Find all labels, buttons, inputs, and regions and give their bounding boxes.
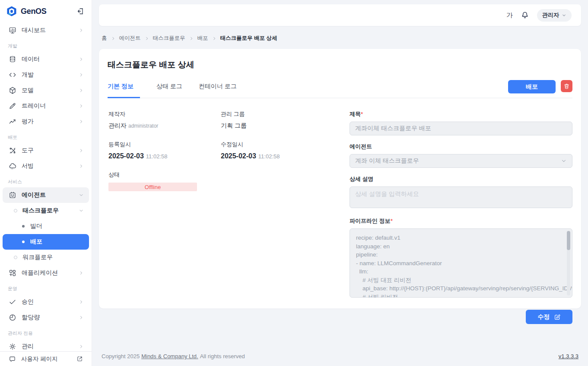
scrollbar-track[interactable] bbox=[567, 231, 570, 295]
sidebar-item-workflow[interactable]: 워크플로우 bbox=[3, 250, 89, 265]
modified-date: 2025-02-03 bbox=[221, 152, 256, 160]
sidebar-menu: 대시보드 개발 데이터 개발 모델 bbox=[0, 20, 92, 351]
modified-field: 수정일시 2025-02-0311:02:58 bbox=[221, 141, 333, 160]
required-asterisk: * bbox=[361, 111, 363, 117]
sidebar-section-service: 서비스 bbox=[3, 174, 89, 187]
sidebar-item-builder[interactable]: 빌더 bbox=[3, 218, 89, 234]
agent-select-value: 계좌 이체 태스크플로우 bbox=[355, 157, 419, 165]
creator-id: administrator bbox=[128, 123, 158, 129]
header-actions: 배포 bbox=[508, 80, 572, 93]
sidebar-item-user-page[interactable]: 사용자 페이지 bbox=[0, 351, 92, 366]
sidebar-item-approval[interactable]: 승인 bbox=[3, 294, 89, 310]
sidebar-item-label: 관리 bbox=[22, 343, 79, 350]
creator-label: 제작자 bbox=[108, 110, 221, 118]
sidebar-item-application[interactable]: 애플리케이션 bbox=[3, 265, 89, 281]
company-link[interactable]: Minds & Company Ltd. bbox=[141, 353, 198, 360]
tools-icon bbox=[9, 147, 16, 154]
chevron-right-icon bbox=[145, 36, 149, 41]
sidebar-item-label: 평가 bbox=[22, 118, 79, 125]
sidebar-item-trainer[interactable]: 트레이너 bbox=[3, 98, 89, 114]
sidebar-item-label: 도구 bbox=[22, 147, 79, 154]
group-label: 관리 그룹 bbox=[221, 110, 333, 118]
dashboard-icon bbox=[9, 26, 16, 34]
breadcrumb-home[interactable]: 홈 bbox=[102, 35, 107, 42]
sidebar-item-model[interactable]: 모델 bbox=[3, 83, 89, 98]
tab-basic-info[interactable]: 기본 정보 bbox=[108, 80, 140, 98]
chevron-down-icon bbox=[561, 158, 567, 164]
copyright: Copyright 2025 Minds & Company Ltd. All … bbox=[102, 353, 245, 360]
tabs: 기본 정보 상태 로그 컨테이너 로그 bbox=[108, 80, 237, 98]
cube-icon bbox=[9, 87, 16, 94]
scrollbar-thumb[interactable] bbox=[567, 231, 570, 250]
pipeline-code: recipe: default.v1 language: en pipeline… bbox=[356, 234, 561, 298]
sidebar-item-agent[interactable]: 에이전트 bbox=[3, 187, 89, 203]
deploy-button[interactable]: 배포 bbox=[508, 80, 556, 93]
cloud-icon bbox=[9, 162, 16, 170]
database-icon bbox=[9, 55, 16, 63]
check-icon bbox=[9, 298, 16, 306]
title-input[interactable] bbox=[350, 122, 572, 135]
sidebar-item-admin[interactable]: 관리 bbox=[3, 339, 89, 351]
chevron-right-icon bbox=[79, 315, 84, 320]
sidebar-item-label: 빌더 bbox=[30, 222, 84, 230]
chevron-down-icon bbox=[562, 13, 566, 18]
breadcrumb-deploy[interactable]: 배포 bbox=[197, 35, 208, 42]
sidebar-item-dashboard[interactable]: 대시보드 bbox=[3, 22, 89, 38]
tab-container-log[interactable]: 컨테이너 로그 bbox=[199, 80, 237, 98]
breadcrumb-agent[interactable]: 에이전트 bbox=[119, 35, 141, 42]
delete-button[interactable] bbox=[561, 80, 572, 92]
sidebar-item-deploy-active[interactable]: 배포 bbox=[3, 234, 89, 250]
chevron-right-icon bbox=[79, 72, 84, 77]
status-label: 상태 bbox=[108, 171, 221, 179]
sidebar-section-dev: 개발 bbox=[3, 38, 89, 51]
sidebar-item-label: 태스크플로우 bbox=[22, 207, 79, 215]
agent-face-icon bbox=[9, 191, 16, 199]
sidebar-item-data[interactable]: 데이터 bbox=[3, 51, 89, 67]
sidebar-item-develop[interactable]: 개발 bbox=[3, 67, 89, 83]
required-asterisk: * bbox=[391, 218, 393, 224]
sidebar-item-label: 데이터 bbox=[22, 55, 79, 63]
agent-select[interactable]: 계좌 이체 태스크플로우 bbox=[350, 154, 572, 168]
grid-plus-icon bbox=[9, 269, 16, 277]
breadcrumb-taskflow[interactable]: 태스크플로우 bbox=[153, 35, 185, 42]
modified-label: 수정일시 bbox=[221, 141, 333, 148]
chevron-right-icon bbox=[189, 36, 194, 41]
chevron-right-icon bbox=[111, 36, 115, 41]
sidebar-item-serving[interactable]: 서빙 bbox=[3, 158, 89, 174]
chevron-down-icon bbox=[79, 193, 84, 198]
edit-button[interactable]: 수정 bbox=[526, 310, 572, 324]
group-value: 기획 그룹 bbox=[221, 122, 333, 130]
sidebar-item-label: 워크플로우 bbox=[22, 254, 84, 261]
modified-time: 11:02:58 bbox=[258, 153, 280, 160]
tabs-header: 기본 정보 상태 로그 컨테이너 로그 배포 bbox=[108, 80, 572, 98]
profile-label: 관리자 bbox=[542, 11, 559, 19]
user-page-icon bbox=[9, 355, 16, 363]
font-size-toggle-button[interactable]: 가 bbox=[506, 11, 513, 19]
tab-status-log[interactable]: 상태 로그 bbox=[156, 80, 182, 98]
logo-row: GenOS bbox=[0, 0, 92, 20]
chevron-right-icon bbox=[79, 57, 84, 62]
top-bar: 가 관리자 bbox=[99, 4, 581, 26]
tab-content: 제작자 관리자administrator 관리 그룹 기획 그룹 등록일시 bbox=[108, 110, 572, 297]
sidebar-item-label: 서빙 bbox=[22, 162, 79, 170]
sidebar-item-evaluation[interactable]: 평가 bbox=[3, 114, 89, 129]
sidebar-item-label: 개발 bbox=[22, 71, 79, 79]
profile-menu-button[interactable]: 관리자 bbox=[537, 9, 572, 22]
sidebar-item-tools[interactable]: 도구 bbox=[3, 143, 89, 158]
description-textarea[interactable] bbox=[350, 186, 572, 208]
group-field: 관리 그룹 기획 그룹 bbox=[221, 110, 333, 130]
sidebar-collapse-button[interactable] bbox=[76, 7, 84, 15]
version-link[interactable]: v1.3.3.3 bbox=[559, 353, 578, 360]
agent-field-label: 에이전트 bbox=[350, 143, 572, 151]
chevron-right-icon bbox=[79, 344, 84, 349]
main-area: 가 관리자 홈 에이전트 태스크플로우 배포 태스크플로우 배포 상세 태스크플… bbox=[92, 0, 588, 366]
form-column: 제목* 에이전트 계좌 이체 태스크플로우 상세 설명 bbox=[350, 110, 572, 297]
sidebar-item-label: 에이전트 bbox=[22, 191, 79, 199]
sidebar-item-quota[interactable]: 할당량 bbox=[3, 310, 89, 325]
sidebar-item-taskflow[interactable]: 태스크플로우 bbox=[3, 203, 89, 218]
edit-pencil-icon bbox=[554, 314, 561, 321]
notification-bell-icon[interactable] bbox=[521, 11, 529, 19]
pipeline-field-label: 파이프라인 정보* bbox=[350, 217, 572, 225]
pipeline-code-box[interactable]: recipe: default.v1 language: en pipeline… bbox=[350, 228, 572, 298]
sidebar: GenOS 대시보드 개발 데이터 개발 bbox=[0, 0, 92, 366]
